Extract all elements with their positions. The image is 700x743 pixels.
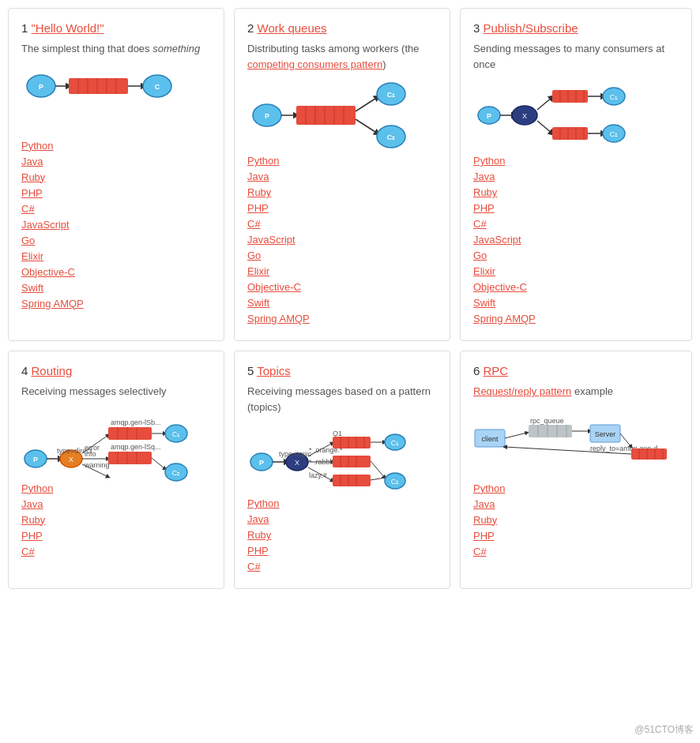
list-item: Go bbox=[247, 249, 437, 261]
link-python[interactable]: Python bbox=[247, 155, 279, 167]
list-item: Java bbox=[247, 512, 437, 525]
links-list: PythonJavaRubyPHPC# bbox=[473, 482, 679, 557]
link-javascript[interactable]: JavaScript bbox=[247, 234, 295, 246]
list-item: C# bbox=[21, 202, 211, 215]
card-title-link[interactable]: Routing bbox=[32, 364, 73, 377]
card-title-link[interactable]: Work queues bbox=[258, 21, 327, 35]
link-ruby[interactable]: Ruby bbox=[473, 514, 497, 526]
link-spring-amqp[interactable]: Spring AMQP bbox=[473, 313, 536, 325]
link-ruby[interactable]: Ruby bbox=[21, 171, 45, 183]
links-list: PythonJavaRubyPHPC# bbox=[247, 497, 437, 572]
svg-text:Q1: Q1 bbox=[333, 430, 342, 437]
link-c#[interactable]: C# bbox=[247, 218, 261, 230]
link-spring-amqp[interactable]: Spring AMQP bbox=[247, 313, 310, 325]
svg-rect-70 bbox=[108, 452, 152, 464]
list-item: Ruby bbox=[473, 186, 679, 198]
link-objective-c[interactable]: Objective-C bbox=[247, 281, 301, 293]
link-elixir[interactable]: Elixir bbox=[247, 265, 269, 277]
card-rpc: 6 RPCRequest/reply pattern example clien… bbox=[460, 351, 692, 589]
card-title-link[interactable]: Publish/Subscribe bbox=[484, 21, 578, 35]
link-java[interactable]: Java bbox=[247, 171, 269, 182]
link-php[interactable]: PHP bbox=[247, 202, 269, 214]
link-python[interactable]: Python bbox=[21, 140, 53, 152]
svg-rect-116 bbox=[529, 425, 572, 437]
card-topics: 5 TopicsReceiving messages based on a pa… bbox=[234, 351, 450, 589]
list-item: Java bbox=[21, 155, 211, 167]
list-item: PHP bbox=[473, 201, 679, 214]
link-swift[interactable]: Swift bbox=[21, 282, 43, 294]
link-objective-c[interactable]: Objective-C bbox=[473, 281, 527, 293]
link-swift[interactable]: Swift bbox=[473, 297, 495, 309]
card-title-link[interactable]: RPC bbox=[484, 364, 509, 377]
link-c#[interactable]: C# bbox=[473, 218, 487, 230]
svg-text:C₂: C₂ bbox=[387, 133, 396, 141]
svg-text:P: P bbox=[39, 83, 43, 91]
link-java[interactable]: Java bbox=[473, 171, 495, 182]
link-java[interactable]: Java bbox=[21, 498, 43, 510]
link-php[interactable]: PHP bbox=[21, 187, 43, 199]
link-php[interactable]: PHP bbox=[473, 530, 495, 542]
links-list: PythonJavaRubyPHPC#JavaScriptGoElixirObj… bbox=[247, 154, 437, 325]
svg-line-114 bbox=[505, 433, 527, 438]
svg-line-108 bbox=[371, 461, 385, 478]
diagram-hello-world: P C bbox=[21, 65, 211, 128]
list-item: C# bbox=[247, 217, 437, 230]
link-php[interactable]: PHP bbox=[473, 202, 495, 214]
link-java[interactable]: Java bbox=[21, 156, 43, 167]
list-item: Objective-C bbox=[247, 280, 437, 293]
link-c#[interactable]: C# bbox=[21, 203, 35, 215]
list-item: Elixir bbox=[21, 250, 211, 262]
link-objective-c[interactable]: Objective-C bbox=[21, 266, 75, 278]
link-go[interactable]: Go bbox=[473, 250, 487, 261]
list-item: Ruby bbox=[21, 171, 211, 183]
card-title-link[interactable]: "Hello World!" bbox=[32, 21, 104, 35]
link-python[interactable]: Python bbox=[473, 155, 505, 167]
list-item: C# bbox=[473, 545, 679, 557]
list-item: JavaScript bbox=[21, 218, 211, 231]
link-c#[interactable]: C# bbox=[473, 546, 487, 557]
card-desc: Receiving messages based on a pattern (t… bbox=[247, 384, 437, 415]
svg-line-33 bbox=[537, 121, 552, 133]
svg-rect-3 bbox=[69, 78, 128, 94]
link-swift[interactable]: Swift bbox=[247, 297, 269, 309]
link-ruby[interactable]: Ruby bbox=[247, 186, 271, 198]
link-c#[interactable]: C# bbox=[21, 546, 35, 557]
list-item: Python bbox=[21, 139, 211, 152]
svg-text:X: X bbox=[522, 112, 527, 120]
link-javascript[interactable]: JavaScript bbox=[473, 234, 521, 246]
link-java[interactable]: Java bbox=[473, 498, 495, 510]
link-go[interactable]: Go bbox=[247, 250, 261, 261]
link-php[interactable]: PHP bbox=[21, 530, 43, 542]
link-javascript[interactable]: JavaScript bbox=[21, 219, 70, 231]
card-grid: 1 "Hello World!"The simplest thing that … bbox=[8, 8, 692, 589]
svg-text:warning: warning bbox=[84, 461, 110, 469]
list-item: Ruby bbox=[247, 186, 437, 198]
svg-text:type=topic: type=topic bbox=[279, 450, 312, 458]
list-item: C# bbox=[247, 560, 437, 572]
link-java[interactable]: Java bbox=[247, 513, 269, 525]
link-ruby[interactable]: Ruby bbox=[21, 514, 45, 526]
link-spring-amqp[interactable]: Spring AMQP bbox=[21, 298, 84, 310]
list-item: PHP bbox=[247, 201, 437, 214]
link-elixir[interactable]: Elixir bbox=[473, 265, 495, 277]
card-desc: Distributing tasks among workers (the co… bbox=[247, 41, 437, 72]
svg-rect-40 bbox=[552, 127, 588, 140]
link-go[interactable]: Go bbox=[21, 235, 35, 246]
svg-rect-126 bbox=[631, 448, 667, 460]
list-item: Elixir bbox=[473, 265, 679, 277]
svg-text:X: X bbox=[295, 459, 299, 467]
link-python[interactable]: Python bbox=[473, 482, 505, 494]
card-title-link[interactable]: Topics bbox=[257, 364, 291, 377]
svg-text:Server: Server bbox=[595, 430, 616, 438]
list-item: Swift bbox=[247, 296, 437, 309]
svg-text:P: P bbox=[259, 459, 264, 467]
link-c#[interactable]: C# bbox=[247, 561, 261, 572]
svg-rect-91 bbox=[333, 437, 371, 448]
svg-line-21 bbox=[356, 97, 378, 111]
svg-text:client: client bbox=[481, 435, 499, 443]
svg-text:rpc_queue: rpc_queue bbox=[530, 417, 564, 425]
link-ruby[interactable]: Ruby bbox=[247, 529, 271, 541]
link-ruby[interactable]: Ruby bbox=[473, 186, 497, 198]
link-elixir[interactable]: Elixir bbox=[21, 250, 43, 262]
link-php[interactable]: PHP bbox=[247, 545, 269, 557]
